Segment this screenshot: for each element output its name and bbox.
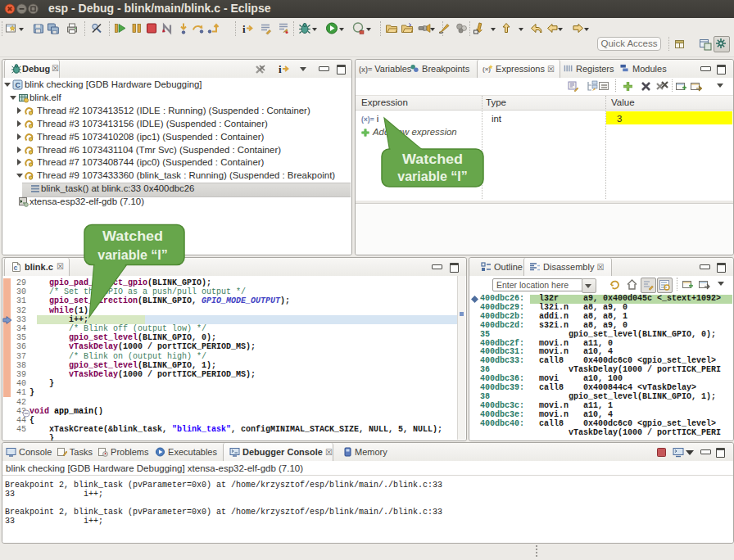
svg-text:variable “I”: variable “I” — [397, 169, 467, 183]
svg-text:Watched: Watched — [102, 229, 163, 243]
svg-text:c: c — [14, 264, 18, 273]
svg-text:Watched: Watched — [402, 152, 463, 166]
svg-text:variable “I”: variable “I” — [97, 248, 167, 262]
svg-text:C: C — [15, 81, 20, 89]
svg-text:i: i — [279, 63, 282, 75]
svg-text:i: i — [242, 23, 246, 35]
